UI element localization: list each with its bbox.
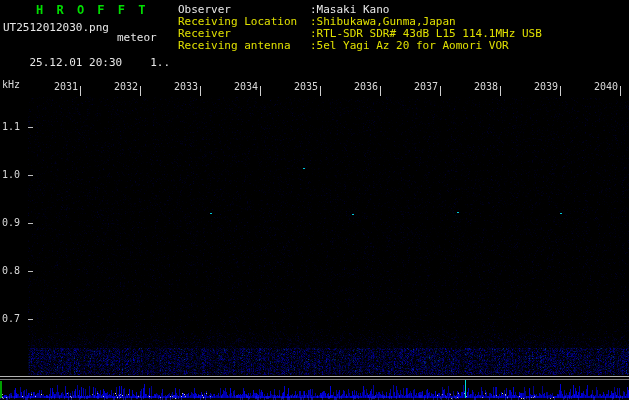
datetime-value: 25.12.01 20:30 (30, 56, 123, 69)
y-axis-unit-label: kHz (2, 79, 20, 90)
sample-counter: 1.. (150, 56, 170, 69)
station-info-block: Observer:Masaki KanoReceiving Location:S… (178, 4, 542, 52)
info-row-3: Receiving antenna:5el Yagi Az 20 for Aom… (178, 40, 542, 52)
timestamp-line: 25.12.01 20:301.. (3, 43, 170, 82)
info-value: :5el Yagi Az 20 for Aomori VOR (310, 40, 509, 52)
info-label: Receiving antenna (178, 40, 310, 52)
hrofft-output-screen: H R O F F T UT2512012030.png meteor 25.1… (0, 0, 629, 400)
output-filename: UT2512012030.png (3, 21, 109, 34)
app-title: H R O F F T (36, 3, 148, 17)
